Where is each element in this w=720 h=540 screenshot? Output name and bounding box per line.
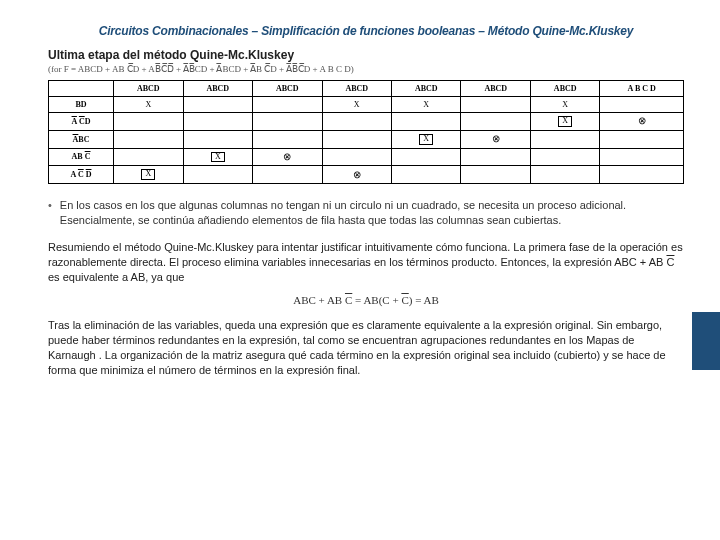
table-cell: X [391, 130, 460, 148]
table-cell: X [391, 97, 460, 113]
table-cell: X [530, 97, 599, 113]
table-cell [391, 148, 460, 166]
th: ABCD [183, 81, 252, 97]
th: ABCD [114, 81, 183, 97]
th: A B C D [600, 81, 684, 97]
circle-mark-icon: ⊗ [283, 152, 291, 162]
table-row: AB CX⊗ [49, 148, 684, 166]
table-cell [600, 97, 684, 113]
table-header-row: ABCD ABCD ABCD ABCD ABCD ABCD ABCD A B C… [49, 81, 684, 97]
table-cell [253, 130, 322, 148]
table-cell [183, 166, 252, 184]
row-label: AB C [49, 148, 114, 166]
row-label: ABC [49, 130, 114, 148]
th: ABCD [391, 81, 460, 97]
section-subtitle: Ultima etapa del método Quine-Mc.Kluskey [48, 48, 684, 62]
table-cell [183, 97, 252, 113]
table-cell: ⊗ [461, 130, 530, 148]
row-label: A C D [49, 166, 114, 184]
boxed-mark: X [211, 152, 225, 163]
page-title: Circuitos Combinacionales – Simplificaci… [48, 24, 684, 38]
table-cell [322, 113, 391, 131]
accent-bar [692, 312, 720, 370]
table-cell: X [114, 97, 183, 113]
th: ABCD [253, 81, 322, 97]
table-cell [391, 113, 460, 131]
equation: ABC + AB C = AB(C + C) = AB [48, 294, 684, 306]
table-cell: X [114, 166, 183, 184]
circle-mark-icon: ⊗ [638, 116, 646, 126]
table-cell [253, 97, 322, 113]
table-cell [114, 148, 183, 166]
table-cell [461, 166, 530, 184]
circle-mark-icon: ⊗ [353, 170, 361, 180]
table-row: BDXXXX [49, 97, 684, 113]
table-cell: X [530, 113, 599, 131]
table-cell [322, 130, 391, 148]
table-cell [322, 148, 391, 166]
table-cell [530, 166, 599, 184]
table-cell: X [183, 148, 252, 166]
table-cell [461, 148, 530, 166]
table-cell: ⊗ [253, 148, 322, 166]
table-cell [391, 166, 460, 184]
bullet-text: En los casos en los que algunas columnas… [60, 198, 684, 228]
para1-a: Resumiendo el método Quine-Mc.Kluskey pa… [48, 241, 683, 268]
table-row: A C DX⊗ [49, 166, 684, 184]
boxed-mark: X [141, 169, 155, 180]
table-cell [530, 130, 599, 148]
row-label: A CD [49, 113, 114, 131]
table-row: A CDX⊗ [49, 113, 684, 131]
th: ABCD [322, 81, 391, 97]
table-cell [530, 148, 599, 166]
paragraph-2: Tras la eliminación de las variables, qu… [48, 318, 684, 377]
boxed-mark: X [419, 134, 433, 145]
table-cell [183, 130, 252, 148]
table-cell: ⊗ [600, 113, 684, 131]
table-cell [600, 148, 684, 166]
table-cell [600, 166, 684, 184]
table-cell [600, 130, 684, 148]
table-row: ABCX⊗ [49, 130, 684, 148]
table-cell [114, 113, 183, 131]
table-cell [461, 97, 530, 113]
table-cell [461, 113, 530, 131]
bullet-paragraph: • En los casos en los que algunas column… [48, 198, 684, 228]
th: ABCD [461, 81, 530, 97]
th: ABCD [530, 81, 599, 97]
table-cell: ⊗ [322, 166, 391, 184]
circle-mark-icon: ⊗ [492, 134, 500, 144]
th-blank [49, 81, 114, 97]
formula-line: (for F = ABCD + AB C̅D + AB̅C̅D̅ + A̅B̅C… [48, 64, 684, 74]
table-cell [253, 166, 322, 184]
bullet-dot-icon: • [48, 198, 52, 228]
table-cell [183, 113, 252, 131]
para1-mid: AB C [649, 256, 675, 268]
qm-table: ABCD ABCD ABCD ABCD ABCD ABCD ABCD A B C… [48, 80, 684, 184]
row-label: BD [49, 97, 114, 113]
para1-b: es equivalente a AB, ya que [48, 271, 184, 283]
paragraph-1: Resumiendo el método Quine-Mc.Kluskey pa… [48, 240, 684, 285]
table-cell: X [322, 97, 391, 113]
table-cell [114, 130, 183, 148]
table-cell [253, 113, 322, 131]
boxed-mark: X [558, 116, 572, 127]
